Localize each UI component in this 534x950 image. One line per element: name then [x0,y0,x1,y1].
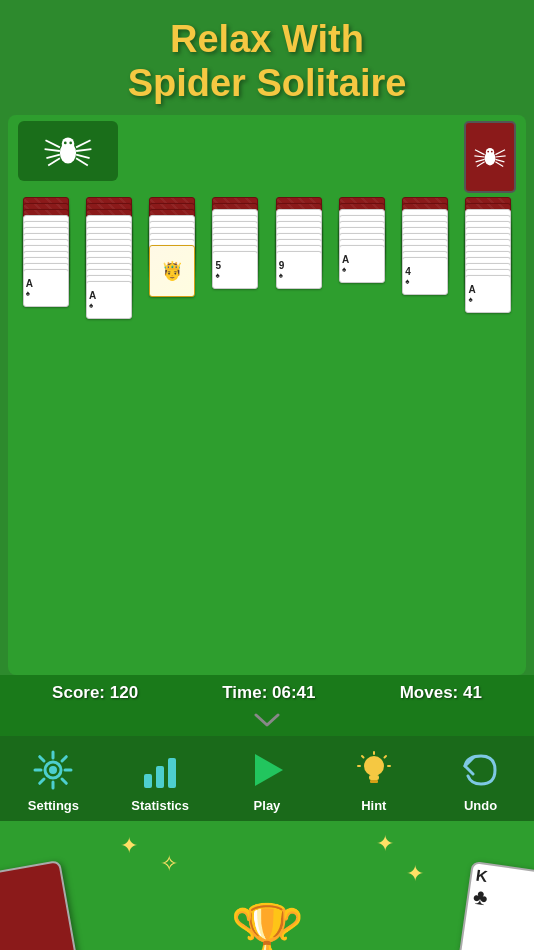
score-bar: Score: 120 Time: 06:41 Moves: 41 [0,675,534,711]
page-title: Relax With Spider Solitaire [10,18,524,105]
header: Relax With Spider Solitaire [0,0,534,115]
undo-button[interactable]: Undo [441,746,521,813]
svg-line-21 [495,156,505,157]
undo-label: Undo [464,798,497,813]
completed-pile [464,121,516,193]
statistics-button[interactable]: Statistics [120,746,200,813]
game-area: 4♠ 3♠ 7♠ 6♠ 5♠ 8♠ 7♠ 6♠ 2♠ A♠ 8♠ J♠ 10♠ … [8,115,526,675]
card[interactable]: A♠ [86,281,132,319]
svg-rect-34 [144,774,152,788]
spider-icon [41,124,95,178]
svg-line-16 [475,150,485,155]
svg-line-4 [46,141,60,148]
card-column-5: 10♠ K♠ Q♠ J♠ 10♠ 9♠ 9♠ 9♠ [273,197,325,289]
svg-point-2 [64,142,67,145]
sparkle-icon: ✦ [376,831,394,857]
bottom-banner: 🏆 ✦ ✧ ✦ ✦ K ♣ [0,821,534,950]
svg-rect-35 [156,766,164,788]
svg-line-19 [477,162,485,167]
card[interactable]: A♠ [465,275,511,313]
svg-line-18 [476,160,485,162]
sparkle-icon: ✧ [160,851,178,877]
arrow-indicator [0,711,534,736]
svg-rect-36 [168,758,176,788]
card[interactable]: 5♠ [212,251,258,289]
svg-line-42 [384,756,386,758]
hint-icon [350,746,398,794]
statistics-label: Statistics [131,798,189,813]
statistics-icon [136,746,184,794]
svg-point-38 [364,756,384,776]
card-column-2: 8♠ J♠ 10♠ 9♠ 8♠ 7♠ 6♠ 5♠ 4♠ 3♠ 2♠ A♠ [83,197,135,319]
play-button[interactable]: Play [227,746,307,813]
svg-line-20 [495,150,505,155]
svg-line-5 [45,150,60,152]
completed-spider-icon [472,139,508,175]
undo-icon [457,746,505,794]
svg-line-6 [46,155,60,159]
card-column-7: K♠ Q♠ J♠ 9♠ 8♠ 7♠ 6♠ 5♠ 4♠ [399,197,451,295]
settings-button[interactable]: Settings [13,746,93,813]
trophy-icon: 🏆 [230,900,305,950]
king-card[interactable]: 🤴 [149,245,195,297]
score-label: Score: 120 [52,683,138,703]
spider-logo [18,121,118,181]
top-row [12,121,522,197]
card[interactable]: 4♠ [402,257,448,295]
settings-label: Settings [28,798,79,813]
card-column-8: A♠ 3♠ 2♠ 9♠ 8♠ 7♠ 6♠ 5♠ 4♠ 3♠ 2♠ A♠ [462,197,514,313]
svg-line-30 [62,779,66,783]
card[interactable]: 9♠ [276,251,322,289]
svg-line-9 [76,150,91,152]
moves-label: Moves: 41 [400,683,482,703]
time-label: Time: 06:41 [222,683,315,703]
card[interactable]: A♠ [23,269,69,307]
banner-card-left [0,860,79,950]
card-column-4: 9♠ 7♠ K♠ Q♠ J♠ 7♠ 6♠ 5♠ [209,197,261,289]
svg-line-17 [474,156,484,157]
sparkle-icon: ✦ [406,861,424,887]
svg-line-11 [76,159,88,166]
columns-container: 4♠ 3♠ 7♠ 6♠ 5♠ 8♠ 7♠ 6♠ 2♠ A♠ 8♠ J♠ 10♠ … [12,197,522,657]
play-icon [243,746,291,794]
hint-label: Hint [361,798,386,813]
svg-point-1 [62,138,75,151]
svg-point-14 [487,151,489,153]
banner-card-right: K ♣ [457,861,534,950]
sparkle-icon: ✦ [120,833,138,859]
svg-line-22 [495,160,504,162]
svg-marker-37 [255,754,283,786]
svg-line-43 [362,756,364,758]
svg-point-33 [49,766,57,774]
toolbar: Settings Statistics Play [0,736,534,821]
svg-line-29 [40,757,44,761]
settings-icon [29,746,77,794]
svg-line-31 [62,757,66,761]
svg-line-7 [48,159,60,166]
card-column-6: 9♠ Q♠ J♠ A♠ 3♠ 2♠ A♠ [336,197,388,283]
svg-line-23 [495,162,503,167]
card[interactable]: A♠ [339,245,385,283]
svg-rect-39 [369,775,379,780]
svg-point-15 [491,151,493,153]
play-label: Play [254,798,281,813]
svg-line-10 [76,155,90,159]
svg-point-3 [69,142,72,145]
hint-button[interactable]: Hint [334,746,414,813]
card-column-1: 4♠ 3♠ 7♠ 6♠ 5♠ 8♠ 7♠ 6♠ 2♠ A♠ [20,197,72,307]
svg-line-8 [76,141,90,148]
svg-line-32 [40,779,44,783]
svg-point-13 [486,148,494,156]
svg-rect-40 [370,780,378,783]
card-column-3: 6♠ 10♠ 9♠ 8♠ 3♠ 🤴 [146,197,198,297]
